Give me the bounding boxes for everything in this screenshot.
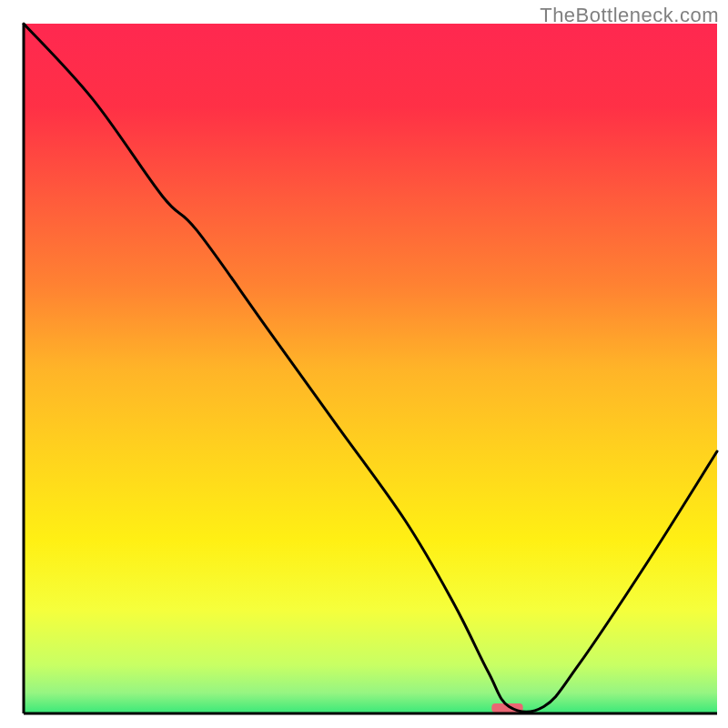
watermark-text: TheBottleneck.com — [540, 4, 719, 27]
bottleneck-chart — [0, 0, 728, 728]
plot-background — [24, 24, 717, 713]
